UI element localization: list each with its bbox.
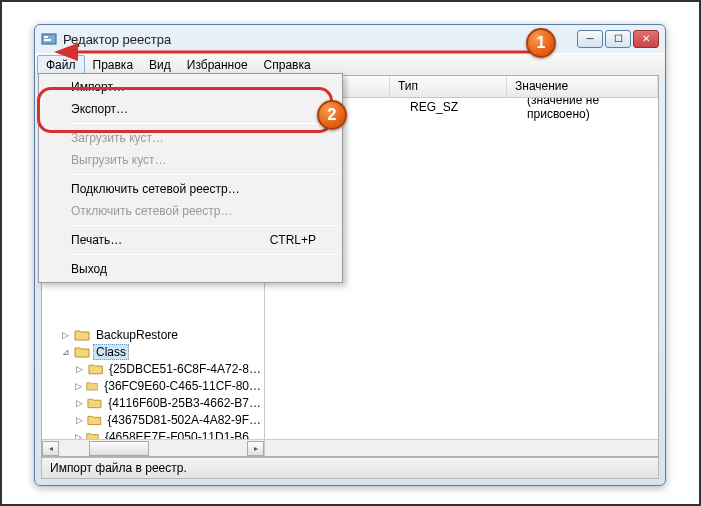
menu-item-отключитьсетевойреестр: Отключить сетевой реестр… (41, 200, 340, 222)
tree-item-label: BackupRestore (93, 328, 181, 342)
tree-item[interactable]: ▷{43675D81-502A-4A82-9F… (46, 411, 264, 428)
value-type: REG_SZ (410, 100, 527, 114)
window-title: Редактор реестра (63, 32, 577, 47)
titlebar[interactable]: Редактор реестра ─ ☐ ✕ (35, 25, 665, 53)
menu-item-экспорт[interactable]: Экспорт… (41, 98, 340, 120)
menu-shortcut: CTRL+P (270, 233, 316, 247)
menu-item-label: Выгрузить куст… (71, 153, 167, 167)
scroll-left-icon[interactable]: ◂ (42, 441, 59, 456)
expander-icon[interactable]: ▷ (74, 398, 84, 408)
statusbar: Импорт файла в реестр. (41, 457, 659, 479)
expander-icon[interactable]: ▷ (74, 415, 84, 425)
expander-icon[interactable]: ▷ (60, 330, 71, 340)
menubar: Файл Правка Вид Избранное Справка (35, 53, 665, 75)
menu-item-label: Подключить сетевой реестр… (71, 182, 240, 196)
close-button[interactable]: ✕ (633, 30, 659, 48)
scroll-thumb[interactable] (89, 441, 149, 456)
menu-item-label: Печать… (71, 233, 122, 247)
window-controls: ─ ☐ ✕ (577, 30, 659, 48)
col-type[interactable]: Тип (390, 76, 507, 97)
status-text: Импорт файла в реестр. (50, 461, 187, 475)
tree-item-label: Class (93, 344, 129, 360)
menu-item-подключитьсетевойреестр[interactable]: Подключить сетевой реестр… (41, 178, 340, 200)
menu-item-выход[interactable]: Выход (41, 258, 340, 280)
tree-item[interactable]: ▷BackupRestore (46, 326, 264, 343)
tree-item-label: {43675D81-502A-4A82-9F… (105, 413, 264, 427)
menu-help[interactable]: Справка (256, 56, 319, 74)
menu-file[interactable]: Файл (37, 55, 85, 75)
file-menu-dropdown: Импорт…Экспорт…Загрузить куст…Выгрузить … (38, 73, 343, 283)
menu-item-label: Выход (71, 262, 107, 276)
menu-item-загрузитькуст: Загрузить куст… (41, 127, 340, 149)
list-scrollbar[interactable] (265, 439, 658, 456)
tree-item-label: {36FC9E60-C465-11CF-80… (101, 379, 264, 393)
expander-icon[interactable]: ▷ (74, 381, 83, 391)
tree-item[interactable]: ▷{36FC9E60-C465-11CF-80… (46, 377, 264, 394)
menu-item-label: Загрузить куст… (71, 131, 164, 145)
minimize-button[interactable]: ─ (577, 30, 603, 48)
col-value[interactable]: Значение (507, 76, 658, 97)
menu-item-импорт[interactable]: Импорт… (41, 76, 340, 98)
menu-favorites[interactable]: Избранное (179, 56, 256, 74)
menu-item-label: Экспорт… (71, 102, 128, 116)
tree-scrollbar[interactable]: ◂ ▸ (42, 439, 264, 456)
tree-item-label: {25DBCE51-6C8F-4A72-8… (106, 362, 264, 376)
menu-item-label: Отключить сетевой реестр… (71, 204, 232, 218)
menu-item-печать[interactable]: Печать…CTRL+P (41, 229, 340, 251)
maximize-button[interactable]: ☐ (605, 30, 631, 48)
menu-item-выгрузитькуст: Выгрузить куст… (41, 149, 340, 171)
tree-item-label: {4116F60B-25B3-4662-B7… (105, 396, 264, 410)
scroll-right-icon[interactable]: ▸ (247, 441, 264, 456)
expander-icon[interactable]: ⊿ (60, 347, 71, 357)
menu-edit[interactable]: Правка (85, 56, 142, 74)
app-icon (41, 31, 57, 47)
tree-item[interactable]: ⊿Class (46, 343, 264, 360)
menu-item-label: Импорт… (71, 80, 125, 94)
svg-rect-1 (44, 36, 48, 38)
menu-view[interactable]: Вид (141, 56, 179, 74)
svg-rect-2 (44, 39, 51, 41)
tree-item[interactable]: ▷{4116F60B-25B3-4662-B7… (46, 394, 264, 411)
tree-item[interactable]: ▷{25DBCE51-6C8F-4A72-8… (46, 360, 264, 377)
expander-icon[interactable]: ▷ (74, 364, 85, 374)
